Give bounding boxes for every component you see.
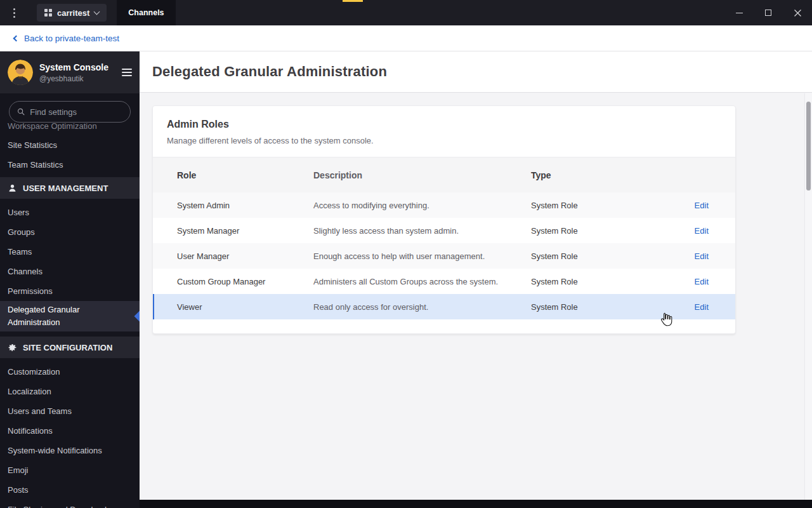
- maximize-icon: [765, 10, 771, 16]
- window-controls: [724, 0, 812, 25]
- edit-link[interactable]: Edit: [695, 251, 709, 261]
- sidebar-item-team-statistics[interactable]: Team Statistics: [0, 155, 140, 175]
- server-icon: [44, 9, 52, 17]
- console-sidebar: System Console @yesbhautik Workspace Opt…: [0, 51, 140, 508]
- sidebar-item-permissions[interactable]: Permissions: [0, 281, 140, 301]
- chevron-down-icon: [94, 8, 100, 15]
- role-cell: System Manager: [177, 226, 313, 236]
- column-role: Role: [177, 170, 313, 180]
- table-header-row: Role Description Type: [153, 157, 735, 192]
- notification-sliver: [343, 0, 363, 2]
- role-cell: Viewer: [177, 302, 313, 312]
- sidebar-item-posts[interactable]: Posts: [0, 480, 140, 500]
- admin-roles-card: Admin Roles Manage different levels of a…: [152, 105, 736, 334]
- description-cell: Slightly less access than system admin.: [313, 226, 531, 236]
- server-name: carritest: [57, 8, 89, 18]
- type-cell: System Role: [531, 277, 690, 286]
- search-container: [0, 93, 140, 123]
- section-heading: USER MANAGEMENT: [23, 184, 108, 193]
- sidebar-item-site-statistics[interactable]: Site Statistics: [0, 135, 140, 155]
- console-username: @yesbhautik: [39, 74, 108, 83]
- column-type: Type: [531, 170, 690, 180]
- chevron-left-icon: [13, 35, 20, 41]
- scrollbar-thumb[interactable]: [806, 102, 811, 190]
- page-header: Delegated Granular Administration: [140, 51, 812, 93]
- avatar: [8, 60, 33, 85]
- minimize-button[interactable]: [724, 0, 754, 25]
- sidebar-item-users-and-teams[interactable]: Users and Teams: [0, 401, 140, 421]
- close-button[interactable]: [783, 0, 812, 25]
- type-cell: System Role: [531, 226, 690, 236]
- sidebar-nav: Workspace Optimization Site Statistics T…: [0, 116, 140, 508]
- section-user-management: USER MANAGEMENT: [0, 177, 140, 199]
- menu-icon[interactable]: [122, 69, 132, 76]
- card-title: Admin Roles: [167, 119, 721, 130]
- vertical-scrollbar[interactable]: [804, 93, 812, 500]
- description-cell: Administers all Custom Groups across the…: [313, 277, 531, 286]
- selected-marker-icon: [134, 311, 140, 322]
- sidebar-item-channels[interactable]: Channels: [0, 262, 140, 281]
- tab-channels[interactable]: Channels: [117, 0, 175, 25]
- description-cell: Enough access to help with user manageme…: [313, 251, 531, 261]
- search-input[interactable]: [30, 107, 122, 117]
- sidebar-item-label: Delegated Granular Administration: [8, 304, 123, 329]
- description-cell: Read only access for oversight.: [313, 302, 531, 312]
- tab-label: Channels: [128, 8, 164, 17]
- table-row-viewer[interactable]: Viewer Read only access for oversight. S…: [153, 294, 735, 319]
- table-row-system-manager[interactable]: System Manager Slightly less access than…: [153, 218, 735, 243]
- gear-icon: [8, 343, 17, 352]
- sidebar-item-teams[interactable]: Teams: [0, 242, 140, 262]
- users-icon: [8, 184, 17, 193]
- sidebar-item-localization[interactable]: Localization: [0, 382, 140, 401]
- page-content: Admin Roles Manage different levels of a…: [140, 93, 812, 347]
- sidebar-item-groups[interactable]: Groups: [0, 222, 140, 242]
- table-row-user-manager[interactable]: User Manager Enough access to help with …: [153, 243, 735, 269]
- app-window: carritest Channels Back to private-team-…: [0, 0, 812, 508]
- edit-link[interactable]: Edit: [695, 201, 709, 210]
- main-area: Delegated Granular Administration Admin …: [140, 51, 812, 508]
- search-icon: [17, 107, 25, 116]
- sidebar-item-emoji[interactable]: Emoji: [0, 460, 140, 480]
- edit-link[interactable]: Edit: [695, 226, 709, 236]
- table-row-system-admin[interactable]: System Admin Access to modifying everyth…: [153, 192, 735, 218]
- back-link[interactable]: Back to private-team-test: [14, 34, 119, 43]
- titlebar: carritest Channels: [0, 0, 812, 25]
- sidebar-item-delegated-granular-administration[interactable]: Delegated Granular Administration: [0, 301, 140, 331]
- back-navigation-bar: Back to private-team-test: [0, 25, 812, 51]
- sidebar-item-users[interactable]: Users: [0, 203, 140, 222]
- type-cell: System Role: [531, 251, 690, 261]
- console-title: System Console: [39, 62, 108, 72]
- bottom-app-strip: [140, 500, 812, 508]
- section-heading: SITE CONFIGURATION: [23, 343, 112, 352]
- maximize-button[interactable]: [754, 0, 783, 25]
- type-cell: System Role: [531, 302, 690, 312]
- type-cell: System Role: [531, 201, 690, 210]
- sidebar-item-file-sharing-and-downloads[interactable]: File Sharing and Downloads: [0, 500, 140, 508]
- card-header: Admin Roles Manage different levels of a…: [153, 106, 735, 157]
- role-cell: Custom Group Manager: [177, 277, 313, 286]
- server-selector[interactable]: carritest: [37, 4, 107, 22]
- sidebar-header[interactable]: System Console @yesbhautik: [0, 51, 140, 93]
- app-menu-icon[interactable]: [10, 8, 18, 18]
- description-cell: Access to modifying everything.: [313, 201, 531, 210]
- table-row-custom-group-manager[interactable]: Custom Group Manager Administers all Cus…: [153, 269, 735, 294]
- roles-table: Role Description Type System Admin Acces…: [153, 157, 735, 333]
- sidebar-item-customization[interactable]: Customization: [0, 362, 140, 382]
- close-icon: [794, 10, 801, 17]
- back-link-label: Back to private-team-test: [24, 34, 119, 43]
- role-cell: User Manager: [177, 251, 313, 261]
- role-cell: System Admin: [177, 201, 313, 210]
- card-subtitle: Manage different levels of access to the…: [167, 136, 721, 145]
- sidebar-item-notifications[interactable]: Notifications: [0, 421, 140, 441]
- search-pill[interactable]: [9, 101, 131, 123]
- console-identity: System Console @yesbhautik: [39, 62, 108, 83]
- minimize-icon: [736, 13, 743, 13]
- column-description: Description: [313, 170, 531, 180]
- edit-link[interactable]: Edit: [695, 277, 709, 286]
- sidebar-item-system-wide-notifications[interactable]: System-wide Notifications: [0, 441, 140, 460]
- page-title: Delegated Granular Administration: [152, 64, 387, 80]
- section-site-configuration: SITE CONFIGURATION: [0, 337, 140, 358]
- edit-link[interactable]: Edit: [695, 302, 709, 312]
